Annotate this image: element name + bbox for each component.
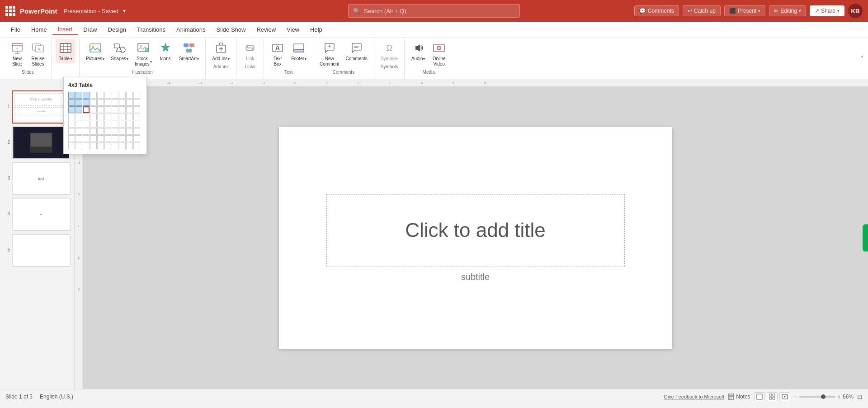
new-comment-button[interactable]: + NewComment <box>317 39 342 69</box>
table-grid-cell-4-4[interactable] <box>97 121 104 128</box>
table-grid-cell-0-0[interactable] <box>68 92 75 99</box>
table-grid-cell-2-4[interactable] <box>97 106 104 113</box>
table-grid-cell-0-6[interactable] <box>112 92 118 99</box>
table-grid-cell-5-2[interactable] <box>83 128 90 135</box>
table-grid-cell-2-6[interactable] <box>112 106 118 113</box>
slide-image-3[interactable]: test <box>12 162 71 195</box>
table-grid-cell-4-2[interactable] <box>83 121 90 128</box>
shapes-button[interactable]: Shapes ▾ <box>108 39 131 63</box>
table-grid-cell-6-1[interactable] <box>75 135 82 142</box>
table-grid-cell-2-2[interactable] <box>83 106 90 113</box>
slide-thumb-2[interactable]: 2 <box>4 126 71 159</box>
table-grid-cell-5-7[interactable] <box>119 128 126 135</box>
reuse-slides-button[interactable]: ≡ ReuseSlides <box>28 39 48 69</box>
comments-button[interactable]: 💬 Comments <box>634 5 679 16</box>
table-grid-cell-7-0[interactable] <box>68 142 75 149</box>
menu-transitions[interactable]: Transitions <box>132 24 171 35</box>
table-grid-cell-2-7[interactable] <box>119 106 126 113</box>
search-bar[interactable]: 🔍 Search (Alt + Q) <box>348 4 520 18</box>
table-grid-cell-5-8[interactable] <box>126 128 133 135</box>
icons-button[interactable]: Icons <box>156 39 175 63</box>
table-grid-cell-6-8[interactable] <box>126 135 133 142</box>
symbol-button[interactable]: Ω Symbol ▾ <box>378 39 401 63</box>
table-grid-cell-3-9[interactable] <box>133 114 140 120</box>
table-grid-cell-2-1[interactable] <box>75 106 82 113</box>
menu-file[interactable]: File <box>5 24 26 35</box>
menu-draw[interactable]: Draw <box>78 24 102 35</box>
table-grid-cell-5-0[interactable] <box>68 128 75 135</box>
slide-thumb-1[interactable]: 1 Click to add title subtitle <box>4 90 71 123</box>
table-grid-cell-6-0[interactable] <box>68 135 75 142</box>
table-grid-cell-1-3[interactable] <box>90 99 97 106</box>
zoom-level[interactable]: 66% <box>843 394 854 400</box>
footer-button[interactable]: Footer ▾ <box>288 39 309 63</box>
table-grid-cell-4-5[interactable] <box>104 121 111 128</box>
table-grid-cell-5-9[interactable] <box>133 128 140 135</box>
new-slide-button[interactable]: + NewSlide <box>7 39 27 69</box>
table-grid-cell-6-3[interactable] <box>90 135 97 142</box>
table-grid-cell-6-7[interactable] <box>119 135 126 142</box>
zoom-in-button[interactable]: + <box>837 393 841 400</box>
table-grid-cell-1-6[interactable] <box>112 99 118 106</box>
stock-images-button[interactable]: + StockImages ▾ <box>132 39 155 69</box>
table-grid-cell-4-1[interactable] <box>75 121 82 128</box>
table-grid-cell-4-3[interactable] <box>90 121 97 128</box>
add-ins-button[interactable]: Add-ins ▾ <box>209 39 232 63</box>
table-grid-cell-7-3[interactable] <box>90 142 97 149</box>
online-video-button[interactable]: OnlineVideo <box>429 39 449 69</box>
table-grid-cell-0-2[interactable] <box>83 92 90 99</box>
table-grid-cell-0-7[interactable] <box>119 92 126 99</box>
comments-panel-button[interactable]: Comments <box>343 39 370 63</box>
table-grid-cell-1-2[interactable] <box>83 99 90 106</box>
slide-thumb-5[interactable]: 5 <box>4 234 71 267</box>
table-grid-cell-5-4[interactable] <box>97 128 104 135</box>
table-grid-cell-7-4[interactable] <box>97 142 104 149</box>
present-button[interactable]: ⬛ Present ▾ <box>724 5 765 16</box>
table-grid-cell-1-9[interactable] <box>133 99 140 106</box>
table-grid-cell-2-3[interactable] <box>90 106 97 113</box>
slide-image-5[interactable] <box>12 234 71 267</box>
audio-button[interactable]: Audio ▾ <box>408 39 428 63</box>
feedback-link[interactable]: Give Feedback to Microsoft <box>664 394 724 399</box>
table-grid-cell-0-8[interactable] <box>126 92 133 99</box>
table-grid-cell-2-0[interactable] <box>68 106 75 113</box>
slide-image-2[interactable] <box>12 126 71 159</box>
table-grid-cell-5-3[interactable] <box>90 128 97 135</box>
right-panel-tab[interactable] <box>863 224 868 251</box>
table-grid-cell-5-6[interactable] <box>112 128 118 135</box>
smartart-button[interactable]: SmartArt ▾ <box>176 39 202 63</box>
menu-help[interactable]: Help <box>305 24 328 35</box>
table-grid-cell-3-5[interactable] <box>104 114 111 120</box>
text-box-button[interactable]: A TextBox <box>268 39 288 69</box>
table-grid-cell-5-1[interactable] <box>75 128 82 135</box>
table-grid-cell-4-8[interactable] <box>126 121 133 128</box>
notes-button[interactable]: Notes <box>728 394 750 400</box>
table-grid-cell-3-0[interactable] <box>68 114 75 120</box>
reading-view-button[interactable] <box>779 392 790 401</box>
table-grid-cell-7-5[interactable] <box>104 142 111 149</box>
slide-canvas[interactable]: Click to add title subtitle <box>279 127 672 349</box>
table-grid-cell-7-7[interactable] <box>119 142 126 149</box>
table-grid-cell-3-2[interactable] <box>83 114 90 120</box>
menu-slideshow[interactable]: Slide Show <box>211 24 251 35</box>
table-grid-cell-0-3[interactable] <box>90 92 97 99</box>
menu-view[interactable]: View <box>281 24 305 35</box>
waffle-icon[interactable] <box>5 6 15 16</box>
table-grid-cell-6-2[interactable] <box>83 135 90 142</box>
slide-sorter-button[interactable] <box>767 392 778 401</box>
table-grid-cell-4-7[interactable] <box>119 121 126 128</box>
menu-insert[interactable]: Insert <box>52 24 78 35</box>
zoom-slider[interactable] <box>799 396 835 398</box>
normal-view-button[interactable] <box>754 392 765 401</box>
table-grid-cell-1-4[interactable] <box>97 99 104 106</box>
slide-thumb-3[interactable]: 3 test <box>4 162 71 195</box>
table-grid-cell-1-5[interactable] <box>104 99 111 106</box>
pictures-button[interactable]: Pictures ▾ <box>83 39 107 63</box>
table-grid-cell-1-1[interactable] <box>75 99 82 106</box>
editing-button[interactable]: ✏ Editing ▾ <box>769 5 806 16</box>
table-grid-cell-6-6[interactable] <box>112 135 118 142</box>
table-grid-cell-3-3[interactable] <box>90 114 97 120</box>
slide-title-placeholder[interactable]: Click to add title <box>326 194 625 266</box>
table-grid-cell-0-5[interactable] <box>104 92 111 99</box>
menu-design[interactable]: Design <box>103 24 132 35</box>
